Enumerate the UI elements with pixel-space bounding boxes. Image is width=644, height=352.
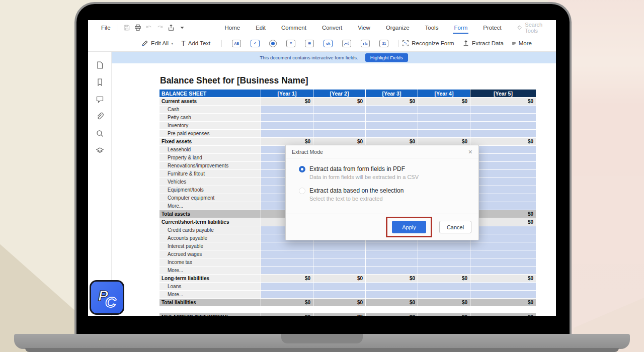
value-cell-form-field[interactable] [418,258,470,266]
list-box-field-icon[interactable]: ≣ [305,40,314,47]
value-cell-form-field[interactable] [313,250,365,258]
value-cell-form-field[interactable] [470,114,536,121]
value-cell-form-field[interactable] [366,114,418,121]
value-cell-form-field[interactable] [261,258,313,266]
value-cell-form-field[interactable] [313,242,365,250]
radio-unselected-icon[interactable] [299,188,305,194]
menu-file[interactable]: File [97,23,115,33]
value-cell-form-field[interactable] [470,283,536,290]
add-text-button[interactable]: T Add Text [181,39,210,47]
print-icon[interactable] [132,23,143,32]
menu-item-organize[interactable]: Organize [385,22,411,34]
value-cell-form-field[interactable] [470,226,536,234]
edit-all-button[interactable]: Edit All ▾ [141,40,173,47]
value-cell-form-field[interactable] [366,130,418,137]
redo-icon[interactable] [154,23,166,32]
chart-field-icon[interactable] [361,40,370,47]
value-cell-form-field[interactable] [418,106,470,113]
value-cell-form-field[interactable] [366,122,418,129]
value-cell-form-field[interactable] [261,283,313,290]
value-cell-form-field[interactable] [470,154,536,161]
value-cell-form-field[interactable] [470,267,536,274]
value-cell-form-field[interactable] [470,234,536,242]
value-cell-form-field[interactable] [470,146,536,153]
value-cell-form-field[interactable] [366,250,418,258]
ok-button-field-icon[interactable]: ok [324,40,333,47]
value-cell-form-field[interactable] [470,162,536,169]
value-cell-form-field[interactable] [418,242,470,250]
cancel-button[interactable]: Cancel [439,221,471,233]
text-field-icon[interactable]: AB [232,40,241,47]
menu-item-protect[interactable]: Protect [482,22,502,34]
menu-item-comment[interactable]: Comment [280,22,307,34]
value-cell-form-field[interactable] [470,258,536,266]
combo-box-field-icon[interactable]: ▾ [286,40,295,47]
value-cell-form-field[interactable] [366,106,418,113]
value-cell-form-field[interactable] [313,283,365,290]
value-cell-form-field[interactable] [261,106,313,113]
sidebar-layers-icon[interactable] [96,146,104,155]
more-tools-button[interactable]: More [512,40,532,47]
value-cell-form-field[interactable] [470,106,536,113]
value-cell-form-field[interactable] [418,250,470,258]
menu-item-form[interactable]: Form [453,22,468,34]
value-cell-form-field[interactable] [261,291,313,298]
value-cell-form-field[interactable] [470,250,536,258]
value-cell-form-field[interactable] [313,130,365,137]
value-cell-form-field[interactable] [470,242,536,250]
value-cell-form-field[interactable] [313,122,365,129]
recognize-form-button[interactable]: Recognize Form [402,40,454,47]
value-cell-form-field[interactable] [470,194,536,202]
value-cell-form-field[interactable] [366,267,418,274]
checkbox-field-icon[interactable]: ✓ [251,40,260,47]
value-cell-form-field[interactable] [313,114,365,121]
value-cell-form-field[interactable] [261,114,313,121]
menu-item-edit[interactable]: Edit [255,22,267,34]
close-icon[interactable]: × [468,149,472,154]
value-cell-form-field[interactable] [470,178,536,186]
sidebar-page-thumbnail-icon[interactable] [96,61,104,69]
extract-selection-option[interactable]: Extract data based on the selection [299,187,478,194]
value-cell-form-field[interactable] [470,202,536,210]
value-cell-form-field[interactable] [470,291,536,298]
date-field-icon[interactable]: 31 [379,40,388,47]
value-cell-form-field[interactable] [313,258,365,266]
value-cell-form-field[interactable] [313,106,365,113]
value-cell-form-field[interactable] [366,242,418,250]
value-cell-form-field[interactable] [470,122,536,129]
search-tools-button[interactable]: Search Tools [517,22,556,34]
value-cell-form-field[interactable] [261,250,313,258]
undo-icon[interactable] [143,23,154,32]
share-icon[interactable] [166,23,177,32]
value-cell-form-field[interactable] [366,283,418,290]
value-cell-form-field[interactable] [418,130,470,137]
extract-data-button[interactable]: Extract Data [462,40,504,47]
value-cell-form-field[interactable] [261,267,313,274]
radio-selected-icon[interactable] [299,166,305,172]
menu-item-home[interactable]: Home [224,22,242,34]
value-cell-form-field[interactable] [261,242,313,250]
sidebar-search-icon[interactable] [96,129,104,138]
value-cell-form-field[interactable] [313,267,365,274]
apply-button[interactable]: Apply [392,221,426,233]
menu-item-view[interactable]: View [357,22,371,34]
value-cell-form-field[interactable] [418,267,470,274]
value-cell-form-field[interactable] [366,258,418,266]
caret-down-icon[interactable] [177,23,188,32]
value-cell-form-field[interactable] [366,291,418,298]
radio-field-icon[interactable] [269,40,277,47]
sidebar-attachment-icon[interactable] [96,112,104,121]
sidebar-bookmark-icon[interactable] [96,78,104,86]
value-cell-form-field[interactable] [261,130,313,137]
extract-form-fields-option[interactable]: Extract data from form fields in PDF [299,165,478,172]
value-cell-form-field[interactable] [418,291,470,298]
sidebar-comment-icon[interactable] [96,95,104,104]
value-cell-form-field[interactable] [470,170,536,178]
menu-item-tools[interactable]: Tools [424,22,440,34]
value-cell-form-field[interactable] [261,122,313,129]
highlight-fields-button[interactable]: Highlight Fields [365,53,408,62]
menu-item-convert[interactable]: Convert [321,22,343,34]
value-cell-form-field[interactable] [470,130,536,137]
value-cell-form-field[interactable] [418,114,470,121]
save-icon[interactable] [121,23,132,32]
